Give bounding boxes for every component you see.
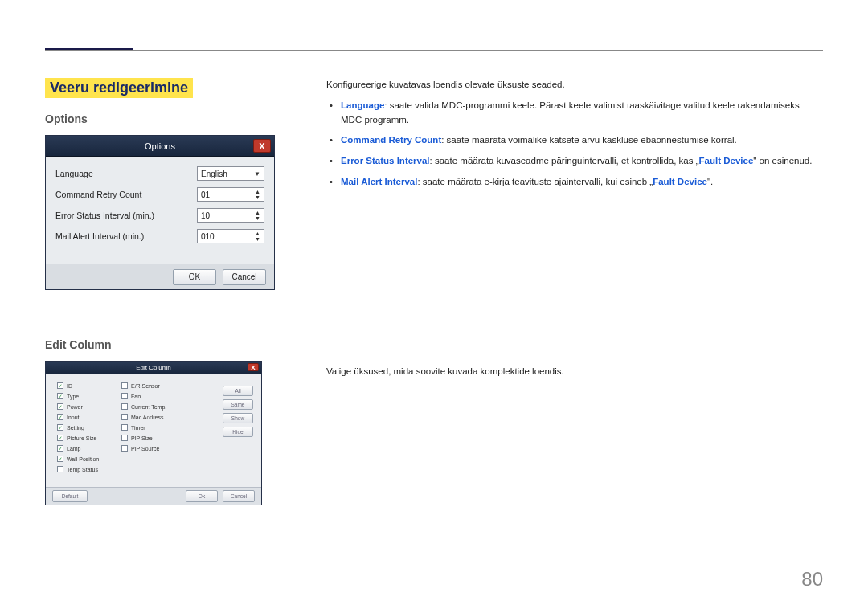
language-label: Language	[55, 169, 93, 178]
options-dialog-title: Options X	[46, 136, 274, 157]
chk-pipsource[interactable]: PIP Source	[121, 445, 194, 452]
options-intro: Konfigureerige kuvatavas loendis olevate…	[326, 78, 823, 92]
hide-button[interactable]: Hide	[223, 427, 253, 437]
editcolumn-close-button[interactable]: X	[248, 363, 259, 371]
editcolumn-col2: E/R Sensor Fan Current Temp. Mac Address…	[121, 382, 194, 487]
section-heading: Veeru redigeerimine	[45, 78, 193, 98]
chk-setting[interactable]: ✓Setting	[57, 424, 121, 431]
editcolumn-title-text: Edit Column	[136, 364, 171, 371]
retry-stepper[interactable]: 01 ▲▼	[197, 187, 264, 202]
options-footer: OK Cancel	[46, 264, 274, 289]
editcolumn-cancel-button[interactable]: Cancel	[223, 490, 255, 502]
options-dialog: Options X Language English ▼ Command Ret…	[45, 135, 275, 290]
term-errint: Error Status Interval	[341, 156, 430, 166]
editcolumn-subheading: Edit Column	[45, 338, 294, 351]
chk-picturesize[interactable]: ✓Picture Size	[57, 435, 121, 441]
term-language: Language	[341, 100, 384, 110]
errint-label: Error Status Interval (min.)	[55, 210, 154, 220]
option-row-language: Language English ▼	[55, 166, 264, 181]
language-value: English	[201, 170, 227, 178]
right-column: Konfigureerige kuvatavas loendis olevate…	[326, 78, 823, 505]
fault-device-2: Fault Device	[653, 177, 707, 186]
chk-id[interactable]: ✓ID	[57, 382, 121, 389]
mailint-stepper[interactable]: 010 ▲▼	[197, 229, 264, 243]
language-select[interactable]: English ▼	[197, 166, 264, 181]
options-bullets: Language: saate valida MDC-programmi kee…	[326, 99, 823, 190]
chk-lamp[interactable]: ✓Lamp	[57, 445, 121, 452]
options-ok-button[interactable]: OK	[173, 269, 216, 285]
chk-pipsize[interactable]: PIP Size	[121, 435, 194, 441]
retry-value: 01	[201, 190, 210, 199]
page-number: 80	[801, 568, 823, 591]
spinner-icon: ▲▼	[255, 210, 260, 221]
editcolumn-title: Edit Column X	[46, 362, 261, 374]
option-row-errint: Error Status Interval (min.) 10 ▲▼	[55, 208, 264, 223]
options-body: Language English ▼ Command Retry Count 0…	[46, 157, 274, 243]
default-button[interactable]: Default	[52, 490, 88, 502]
editcolumn-col1: ✓ID ✓Type ✓Power ✓Input ✓Setting ✓Pictur…	[57, 382, 121, 487]
spinner-icon: ▲▼	[255, 231, 260, 242]
chk-currenttemp[interactable]: Current Temp.	[121, 403, 194, 410]
editcolumn-footer: Default Ok Cancel	[46, 487, 261, 505]
term-retry: Command Retry Count	[341, 135, 441, 145]
chk-power[interactable]: ✓Power	[57, 403, 121, 410]
chk-fan[interactable]: Fan	[121, 393, 194, 399]
spinner-icon: ▲▼	[255, 189, 260, 200]
all-button[interactable]: All	[223, 386, 253, 396]
errint-stepper[interactable]: 10 ▲▼	[197, 208, 264, 223]
term-mailint: Mail Alert Interval	[341, 177, 417, 186]
bullet-errint: Error Status Interval: saate määrata kuv…	[341, 154, 823, 169]
show-button[interactable]: Show	[223, 413, 253, 423]
chk-ersensor[interactable]: E/R Sensor	[121, 382, 194, 389]
editcolumn-intro: Valige üksused, mida soovite kuvada komp…	[326, 365, 823, 379]
editcolumn-dialog: Edit Column X ✓ID ✓Type ✓Power ✓Input ✓S…	[45, 361, 262, 505]
bullet-language: Language: saate valida MDC-programmi kee…	[341, 99, 823, 128]
editcolumn-ok-button[interactable]: Ok	[186, 490, 218, 502]
retry-label: Command Retry Count	[55, 190, 141, 199]
left-column: Veeru redigeerimine Options Options X La…	[45, 78, 294, 505]
chk-wallpos[interactable]: ✓Wall Position	[57, 456, 121, 462]
header-rule	[45, 50, 823, 51]
option-row-mailint: Mail Alert Interval (min.) 010 ▲▼	[55, 229, 264, 243]
options-cancel-button[interactable]: Cancel	[223, 269, 266, 285]
chk-timer[interactable]: Timer	[121, 424, 194, 431]
mailint-label: Mail Alert Interval (min.)	[55, 231, 144, 241]
content-area: Veeru redigeerimine Options Options X La…	[45, 78, 823, 505]
chk-type[interactable]: ✓Type	[57, 393, 121, 399]
fault-device-1: Fault Device	[699, 156, 754, 166]
bullet-mailint: Mail Alert Interval: saate määrata e-kir…	[341, 175, 823, 190]
chevron-down-icon: ▼	[254, 170, 260, 178]
options-dialog-title-text: Options	[145, 141, 175, 151]
chk-tempstatus[interactable]: Temp Status	[57, 466, 121, 472]
editcolumn-sidebuttons: All Same Show Hide	[194, 382, 255, 487]
editcolumn-body: ✓ID ✓Type ✓Power ✓Input ✓Setting ✓Pictur…	[46, 374, 261, 487]
bullet-retry: Command Retry Count: saate määrata võima…	[341, 133, 823, 148]
mailint-value: 010	[201, 232, 215, 241]
chk-mac[interactable]: Mac Address	[121, 414, 194, 420]
options-subheading: Options	[45, 112, 294, 125]
option-row-retry: Command Retry Count 01 ▲▼	[55, 187, 264, 202]
errint-value: 10	[201, 211, 210, 220]
chk-input[interactable]: ✓Input	[57, 414, 121, 420]
same-button[interactable]: Same	[223, 399, 253, 410]
options-close-button[interactable]: X	[253, 139, 271, 153]
